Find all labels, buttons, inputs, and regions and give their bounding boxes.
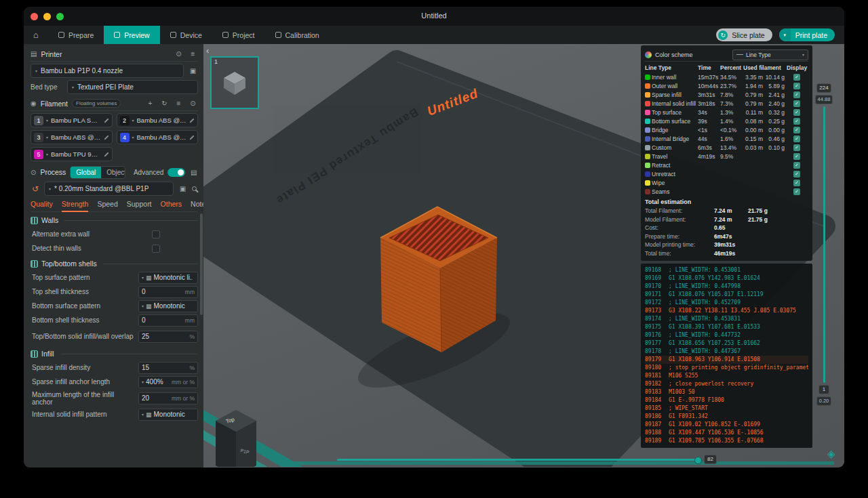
display-checkbox[interactable]: ✓	[793, 109, 800, 116]
printer-select[interactable]: ▾ Bambu Lab P1P 0.4 nozzle	[31, 64, 184, 78]
filament-slot[interactable]: 4 ▾ Bambu ABS @BB...	[117, 130, 199, 144]
setting-checkbox[interactable]	[152, 245, 160, 253]
setting-label: Alternate extra wall	[32, 230, 149, 238]
gcode-viewer[interactable]: 89168 ; LINE_WIDTH: 0.453001 89169 G1 X1…	[641, 264, 812, 448]
edit-filament-icon[interactable]	[104, 135, 108, 140]
layer-slider-track[interactable]	[823, 106, 825, 383]
process-preset-select[interactable]: ▾ * 0.20mm Standard @BBL P1P	[44, 182, 174, 196]
edit-filament-icon[interactable]	[189, 135, 194, 140]
scope-option[interactable]: Global	[71, 167, 101, 178]
process-tab[interactable]: Support	[127, 200, 152, 208]
setting-checkbox[interactable]	[152, 230, 160, 238]
move-slider-track[interactable]	[337, 459, 701, 461]
collapse-sidebar-icon[interactable]: ‹	[206, 45, 209, 56]
setting-input[interactable]: ▾ ▦ 0 mm	[138, 286, 198, 298]
display-checkbox[interactable]: ✓	[793, 171, 800, 178]
preset-modified-icon[interactable]: ↺	[31, 184, 40, 194]
setting-row: Alternate extra wall ↺ ▾ ▦	[31, 227, 198, 241]
view-mode-select[interactable]: Line Type ▾	[732, 49, 808, 60]
filament-number-badge: 5	[34, 150, 43, 159]
display-checkbox[interactable]: ✓	[793, 100, 800, 107]
filament-name: Bambu ABS @BB...	[51, 133, 100, 141]
nav-tab[interactable]: Project	[212, 26, 265, 44]
line-type-row: Unretract ✓	[645, 169, 808, 178]
printer-settings-icon[interactable]: ⊙	[174, 50, 184, 58]
minimize-button[interactable]	[43, 13, 51, 20]
window-title: Untitled	[24, 7, 844, 24]
setting-input[interactable]: ▾ ▦ 20 mm or %	[138, 392, 198, 404]
filament-slot[interactable]: 3 ▾ Bambu ABS @BB...	[31, 130, 113, 144]
chevron-down-icon[interactable]: ▾	[779, 28, 791, 41]
display-checkbox[interactable]: ✓	[793, 162, 800, 169]
print-plate-button[interactable]: ▾ Print plate	[779, 28, 835, 41]
sidebar-scrollbar[interactable]	[200, 213, 203, 315]
display-checkbox[interactable]: ✓	[793, 127, 800, 133]
bed-type-select[interactable]: ▾ Textured PEI Plate	[67, 80, 198, 94]
setting-input[interactable]: ▾ ▦ 400% mm or %	[138, 376, 198, 388]
gcode-line: 89183 M1003 S0	[645, 388, 808, 396]
setting-input[interactable]: ▾ ▦ 25 %	[138, 331, 198, 343]
scope-option[interactable]: Objects	[101, 167, 125, 178]
layers-view-icon[interactable]: ◈	[827, 448, 835, 460]
advanced-toggle[interactable]	[167, 168, 185, 177]
display-checkbox[interactable]: ✓	[793, 153, 800, 160]
setting-label: Top shell thickness	[32, 288, 136, 295]
filament-slot[interactable]: 2 ▾ Bambu ABS @BB...	[117, 113, 199, 127]
viewport-3d[interactable]: Bambu Textured PEI Plate Untitled	[203, 44, 844, 468]
home-button[interactable]: ⌂	[24, 26, 48, 44]
nav-tab[interactable]: Calibration	[265, 26, 330, 44]
edit-filament-icon[interactable]	[104, 118, 108, 123]
filament-slot[interactable]: 5 ▾ Bambu TPU 95A ...	[31, 147, 113, 161]
process-tab[interactable]: Strength	[62, 200, 89, 208]
setting-input[interactable]: ▾ ▦ 0 mm	[138, 314, 198, 327]
edit-filament-icon[interactable]	[189, 118, 194, 123]
filament-settings-icon[interactable]: ⊙	[188, 100, 198, 107]
setting-input[interactable]: ▾ ▦ Monotonic	[138, 300, 198, 312]
nav-tab[interactable]: Device	[160, 26, 212, 44]
close-button[interactable]	[31, 13, 38, 20]
display-checkbox[interactable]: ✓	[793, 74, 800, 81]
process-tab[interactable]: Notes	[191, 200, 203, 208]
sync-filament-icon[interactable]: ↻	[159, 100, 170, 107]
process-tab[interactable]: Quality	[31, 200, 53, 208]
pattern-icon: ▦	[146, 274, 152, 281]
preset-name: * 0.20mm Standard @BBL P1P	[54, 185, 149, 192]
setting-input[interactable]: ▾ ▦ Monotonic li...	[138, 272, 198, 284]
search-icon[interactable]	[192, 186, 197, 191]
add-filament-icon[interactable]: +	[145, 100, 155, 107]
edit-filament-icon[interactable]	[104, 152, 108, 157]
process-tab[interactable]: Others	[161, 200, 182, 208]
setting-row: Sparse infill density ↺ ▾ ▦ 15 %	[31, 360, 198, 375]
printer-icon: ▤	[31, 50, 37, 58]
display-checkbox[interactable]: ✓	[793, 136, 800, 142]
display-checkbox[interactable]: ✓	[793, 91, 800, 98]
gcode-line: 89172 ; LINE_WIDTH: 0.452709	[645, 299, 808, 307]
slice-plate-button[interactable]: ↻ Slice plate	[716, 28, 772, 41]
screen: Untitled ⌂ Prepare Preview Device Projec…	[0, 0, 868, 498]
display-checkbox[interactable]: ✓	[793, 144, 800, 151]
process-tab[interactable]: Speed	[97, 200, 117, 208]
color-scheme-label[interactable]: Color scheme	[655, 51, 693, 58]
setting-input[interactable]: ▾ ▦ 15 %	[138, 362, 198, 374]
thumbnail-model-icon	[220, 68, 250, 98]
compare-preset-icon[interactable]: ▣	[178, 185, 188, 192]
display-checkbox[interactable]: ✓	[793, 118, 800, 125]
printer-menu-icon[interactable]: ≡	[188, 50, 198, 58]
printer-edit-icon[interactable]: ▣	[188, 67, 198, 75]
filament-list-icon[interactable]: ≡	[174, 100, 184, 107]
filament-slot[interactable]: 1 ▾ Bambu PLA Sparkle	[31, 113, 113, 127]
setting-row: Detect thin walls ↺ ▾ ▦	[31, 241, 198, 255]
zoom-button[interactable]	[56, 13, 64, 20]
printer-section-title: Printer	[41, 50, 62, 58]
display-checkbox[interactable]: ✓	[793, 188, 800, 195]
param-table-icon[interactable]: ▤	[189, 169, 198, 176]
move-slider[interactable]: 82	[337, 455, 717, 464]
display-checkbox[interactable]: ✓	[793, 83, 800, 89]
setting-input[interactable]: ▾ ▦ Monotonic	[138, 409, 198, 421]
nav-tab[interactable]: Prepare	[48, 26, 104, 44]
display-checkbox[interactable]: ✓	[793, 180, 800, 186]
nav-tab[interactable]: Preview	[104, 26, 159, 44]
plate-thumbnail[interactable]: 1	[210, 56, 259, 109]
layer-slider[interactable]: 224 44.88 1 0.20	[812, 83, 835, 406]
line-type-name: Top surface	[652, 109, 698, 116]
